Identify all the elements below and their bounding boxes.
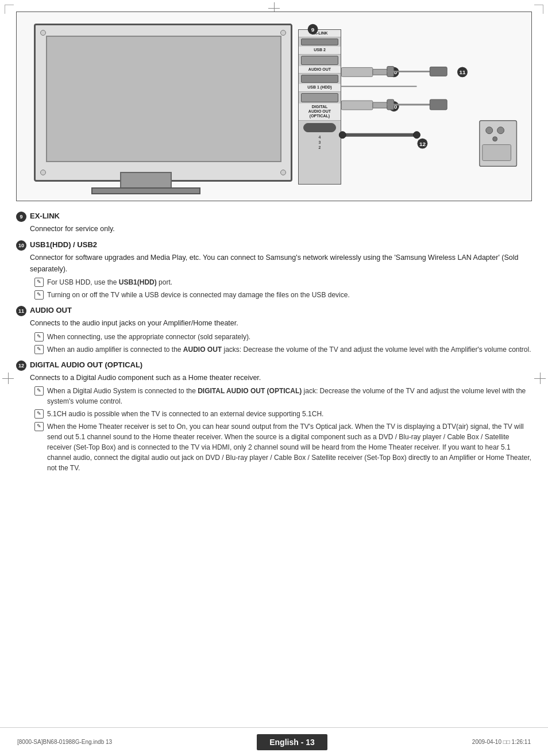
- port-label-exlink: EX-LINK: [299, 30, 341, 37]
- section-10-note-1: ✎ For USB HDD, use the USB1(HDD) port.: [34, 277, 532, 287]
- port-optical-slot: [303, 123, 336, 132]
- section-10-header: 10 USB1(HDD) / USB2: [16, 240, 532, 251]
- note-icon-7: ✎: [34, 422, 44, 431]
- section-9-title: EX-LINK: [30, 212, 60, 220]
- section-10-note-2-text: Turning on or off the TV while a USB dev…: [47, 290, 532, 300]
- svg-point-27: [493, 137, 497, 141]
- section-9-header: 9 EX-LINK: [16, 212, 532, 222]
- tv-body: [34, 24, 292, 182]
- screw-tl: [40, 30, 46, 36]
- port-label-2: 2: [299, 145, 341, 150]
- section-12-body-text: Connects to a Digital Audio component su…: [30, 374, 261, 382]
- section-12-note-1-text: When a Digital Audio System is connected…: [47, 386, 532, 406]
- port-label-3: 3: [299, 140, 341, 145]
- corner-mark-tr: [534, 5, 543, 14]
- section-12-note-3: ✎ When the Home Theater receiver is set …: [34, 421, 532, 473]
- svg-rect-14: [430, 67, 447, 76]
- svg-rect-24: [480, 121, 517, 167]
- footer: [8000-SA]BN68-01988G-Eng.indb 13 English…: [0, 727, 548, 756]
- content-area: 9 EX-LINK Connector for service only. 10…: [16, 212, 532, 473]
- svg-point-4: [389, 101, 399, 112]
- footer-center-text: English - 13: [257, 734, 327, 750]
- port-label-digital: DIGITALAUDIO OUT(OPTICAL): [299, 103, 341, 121]
- port-label-4: 4: [299, 135, 341, 140]
- svg-rect-16: [373, 102, 393, 108]
- section-11-note-2: ✎ When an audio amplifier is connected t…: [34, 344, 532, 355]
- svg-point-22: [414, 132, 420, 139]
- port-panel: EX-LINK USB 2 AUDIO OUT USB 1 (HDD) DIGI…: [298, 29, 341, 185]
- svg-rect-10: [341, 67, 373, 76]
- screw-tr: [280, 30, 286, 36]
- section-12-header: 12 DIGITAL AUDIO OUT (OPTICAL): [16, 360, 532, 371]
- corner-mark-tl: [5, 5, 14, 14]
- section-10-body: Connector for software upgrades and Medi…: [30, 252, 532, 300]
- tv-screen: [46, 36, 281, 162]
- svg-point-6: [457, 67, 468, 77]
- section-10-note-2: ✎ Turning on or off the TV while a USB d…: [34, 290, 532, 300]
- port-audioout-slot: [301, 75, 338, 83]
- tv-stand: [120, 172, 172, 189]
- section-10-note-1-text: For USB HDD, use the USB1(HDD) port.: [47, 277, 532, 287]
- section-11-body-text: Connects to the audio input jacks on you…: [30, 319, 238, 327]
- port-exlink-slot: [301, 39, 338, 45]
- section-12-number: 12: [16, 360, 26, 371]
- section-9-number: 9: [16, 212, 26, 222]
- svg-point-8: [417, 139, 427, 149]
- note-icon-2: ✎: [34, 290, 44, 300]
- section-11: 11 AUDIO OUT Connects to the audio input…: [16, 306, 532, 354]
- note-icon-5: ✎: [34, 386, 44, 396]
- tv-base: [91, 187, 200, 194]
- diagram-box: EX-LINK USB 2 AUDIO OUT USB 1 (HDD) DIGI…: [16, 11, 532, 201]
- screw-bl: [40, 170, 46, 175]
- page-inner: EX-LINK USB 2 AUDIO OUT USB 1 (HDD) DIGI…: [16, 11, 532, 473]
- port-label-usb2: USB 2: [299, 47, 341, 54]
- section-12: 12 DIGITAL AUDIO OUT (OPTICAL) Connects …: [16, 360, 532, 473]
- port-usb2-slot: [301, 56, 338, 65]
- footer-left-text: [8000-SA]BN68-01988G-Eng.indb 13: [17, 739, 112, 745]
- section-12-note-1: ✎ When a Digital Audio System is connect…: [34, 386, 532, 406]
- crosshair-right: [534, 373, 546, 384]
- footer-right-text: 2009-04-10 □□ 1:26:11: [472, 739, 531, 745]
- section-12-note-2: ✎ 5.1CH audio is possible when the TV is…: [34, 409, 532, 419]
- svg-text:10: 10: [391, 69, 398, 75]
- section-12-note-3-text: When the Home Theater receiver is set to…: [47, 421, 532, 473]
- section-10-number: 10: [16, 240, 26, 251]
- note-icon-1: ✎: [34, 278, 44, 287]
- section-11-title: AUDIO OUT: [30, 306, 72, 314]
- svg-rect-28: [483, 145, 511, 161]
- section-9-body-text: Connector for service only.: [30, 225, 115, 233]
- note-icon-6: ✎: [34, 409, 44, 419]
- port-label-audioout: AUDIO OUT: [299, 66, 341, 74]
- svg-text:11: 11: [459, 69, 466, 75]
- section-10-title: USB1(HDD) / USB2: [30, 240, 97, 249]
- section-11-header: 11 AUDIO OUT: [16, 306, 532, 316]
- section-11-note-2-text: When an audio amplifier is connected to …: [47, 344, 532, 355]
- section-11-note-1-text: When connecting, use the appropriate con…: [47, 332, 532, 342]
- screw-br: [280, 170, 286, 175]
- port-usb1-slot: [301, 93, 338, 102]
- svg-point-25: [486, 127, 493, 134]
- section-12-title: DIGITAL AUDIO OUT (OPTICAL): [30, 360, 142, 369]
- svg-point-26: [497, 127, 504, 134]
- svg-text:12: 12: [419, 141, 426, 147]
- svg-point-2: [389, 67, 399, 77]
- section-12-note-2-text: 5.1CH audio is possible when the TV is c…: [47, 409, 532, 419]
- svg-rect-19: [430, 99, 447, 110]
- note-icon-3: ✎: [34, 332, 44, 341]
- section-9: 9 EX-LINK Connector for service only.: [16, 212, 532, 235]
- section-12-body: Connects to a Digital Audio component su…: [30, 373, 532, 473]
- svg-rect-12: [387, 66, 394, 76]
- section-11-number: 11: [16, 306, 26, 316]
- port-label-usb1: USB 1 (HDD): [299, 84, 341, 91]
- section-9-body: Connector for service only.: [30, 224, 532, 235]
- section-11-body: Connects to the audio input jacks on you…: [30, 318, 532, 354]
- section-11-note-1: ✎ When connecting, use the appropriate c…: [34, 332, 532, 342]
- svg-rect-11: [373, 69, 393, 75]
- section-10: 10 USB1(HDD) / USB2 Connector for softwa…: [16, 240, 532, 300]
- svg-rect-15: [341, 101, 373, 110]
- note-icon-4: ✎: [34, 345, 44, 354]
- svg-rect-17: [387, 99, 394, 110]
- crosshair-left: [2, 373, 14, 384]
- svg-text:10: 10: [391, 103, 398, 110]
- section-10-body-text: Connector for software upgrades and Medi…: [30, 254, 518, 273]
